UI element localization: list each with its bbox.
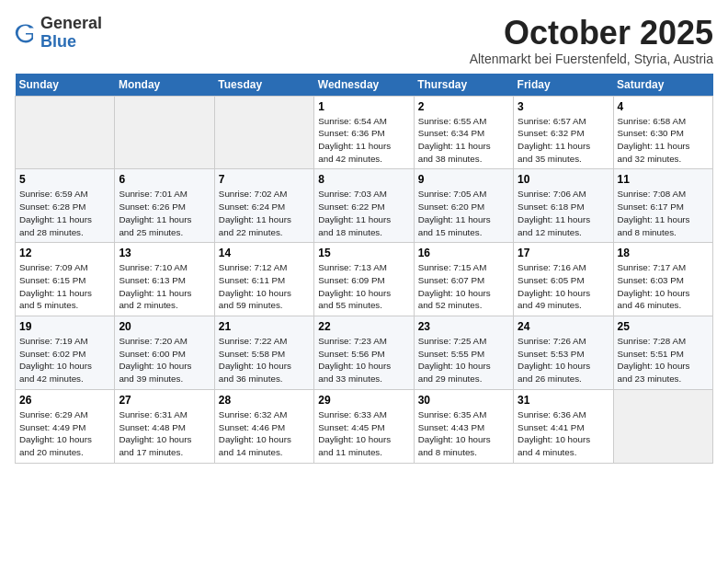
day-info: Sunrise: 6:57 AM Sunset: 6:32 PM Dayligh… — [518, 115, 609, 166]
day-info: Sunrise: 7:10 AM Sunset: 6:13 PM Dayligh… — [119, 261, 210, 312]
day-info: Sunrise: 7:19 AM Sunset: 6:02 PM Dayligh… — [19, 335, 110, 385]
calendar-cell: 31Sunrise: 6:36 AM Sunset: 4:41 PM Dayli… — [514, 389, 613, 463]
calendar-cell: 14Sunrise: 7:12 AM Sunset: 6:11 PM Dayli… — [214, 243, 313, 316]
calendar-cell: 4Sunrise: 6:58 AM Sunset: 6:30 PM Daylig… — [613, 96, 712, 169]
day-info: Sunrise: 7:13 AM Sunset: 6:09 PM Dayligh… — [318, 261, 409, 312]
page-header: General Blue October 2025 Altenmarkt bei… — [15, 15, 713, 66]
weekday-header-saturday: Saturday — [613, 74, 712, 97]
calendar-cell: 16Sunrise: 7:15 AM Sunset: 6:07 PM Dayli… — [414, 243, 513, 316]
weekday-header-sunday: Sunday — [16, 74, 115, 97]
logo-icon — [15, 22, 37, 44]
calendar-table: SundayMondayTuesdayWednesdayThursdayFrid… — [15, 74, 713, 464]
day-info: Sunrise: 7:01 AM Sunset: 6:26 PM Dayligh… — [119, 188, 210, 238]
weekday-header-friday: Friday — [514, 74, 613, 97]
day-number: 1 — [318, 100, 409, 113]
day-info: Sunrise: 6:29 AM Sunset: 4:49 PM Dayligh… — [19, 408, 110, 459]
day-info: Sunrise: 7:26 AM Sunset: 5:53 PM Dayligh… — [518, 335, 609, 385]
day-info: Sunrise: 7:12 AM Sunset: 6:11 PM Dayligh… — [219, 261, 310, 312]
calendar-cell: 29Sunrise: 6:33 AM Sunset: 4:45 PM Dayli… — [314, 389, 414, 463]
day-number: 16 — [418, 247, 509, 259]
day-number: 25 — [618, 320, 709, 333]
calendar-cell: 21Sunrise: 7:22 AM Sunset: 5:58 PM Dayli… — [214, 316, 313, 390]
calendar-cell: 17Sunrise: 7:16 AM Sunset: 6:05 PM Dayli… — [514, 243, 613, 316]
day-number: 8 — [318, 173, 409, 186]
calendar-cell: 8Sunrise: 7:03 AM Sunset: 6:22 PM Daylig… — [314, 169, 414, 243]
calendar-cell: 12Sunrise: 7:09 AM Sunset: 6:15 PM Dayli… — [16, 243, 115, 316]
day-number: 18 — [618, 247, 709, 259]
calendar-cell: 26Sunrise: 6:29 AM Sunset: 4:49 PM Dayli… — [16, 389, 115, 463]
week-row-5: 26Sunrise: 6:29 AM Sunset: 4:49 PM Dayli… — [16, 389, 713, 463]
day-info: Sunrise: 7:06 AM Sunset: 6:18 PM Dayligh… — [518, 188, 609, 238]
day-info: Sunrise: 7:22 AM Sunset: 5:58 PM Dayligh… — [219, 335, 310, 385]
day-info: Sunrise: 6:55 AM Sunset: 6:34 PM Dayligh… — [418, 115, 509, 166]
day-info: Sunrise: 6:59 AM Sunset: 6:28 PM Dayligh… — [19, 188, 110, 238]
day-number: 6 — [119, 173, 210, 186]
calendar-cell: 13Sunrise: 7:10 AM Sunset: 6:13 PM Dayli… — [115, 243, 214, 316]
week-row-3: 12Sunrise: 7:09 AM Sunset: 6:15 PM Dayli… — [16, 243, 713, 316]
day-number: 30 — [418, 394, 509, 407]
calendar-cell: 19Sunrise: 7:19 AM Sunset: 6:02 PM Dayli… — [16, 316, 115, 390]
calendar-cell: 9Sunrise: 7:05 AM Sunset: 6:20 PM Daylig… — [414, 169, 513, 243]
day-number: 27 — [119, 394, 210, 407]
calendar-cell — [613, 389, 712, 463]
day-info: Sunrise: 7:25 AM Sunset: 5:55 PM Dayligh… — [418, 335, 509, 385]
day-number: 3 — [518, 100, 609, 113]
day-info: Sunrise: 6:58 AM Sunset: 6:30 PM Dayligh… — [618, 115, 709, 166]
day-info: Sunrise: 7:16 AM Sunset: 6:05 PM Dayligh… — [518, 261, 609, 312]
calendar-cell: 27Sunrise: 6:31 AM Sunset: 4:48 PM Dayli… — [115, 389, 214, 463]
logo: General Blue — [15, 15, 102, 52]
calendar-cell — [214, 96, 313, 169]
day-info: Sunrise: 7:17 AM Sunset: 6:03 PM Dayligh… — [618, 261, 709, 312]
weekday-header-thursday: Thursday — [414, 74, 513, 97]
day-info: Sunrise: 7:08 AM Sunset: 6:17 PM Dayligh… — [618, 188, 709, 238]
day-number: 26 — [19, 394, 110, 407]
month-title: October 2025 — [470, 15, 713, 52]
calendar-cell: 1Sunrise: 6:54 AM Sunset: 6:36 PM Daylig… — [314, 96, 414, 169]
day-info: Sunrise: 7:03 AM Sunset: 6:22 PM Dayligh… — [318, 188, 409, 238]
day-number: 28 — [219, 394, 310, 407]
day-info: Sunrise: 6:31 AM Sunset: 4:48 PM Dayligh… — [119, 408, 210, 459]
day-number: 2 — [418, 100, 509, 113]
day-number: 10 — [518, 173, 609, 186]
week-row-4: 19Sunrise: 7:19 AM Sunset: 6:02 PM Dayli… — [16, 316, 713, 390]
day-info: Sunrise: 6:33 AM Sunset: 4:45 PM Dayligh… — [318, 408, 409, 459]
day-info: Sunrise: 7:20 AM Sunset: 6:00 PM Dayligh… — [119, 335, 210, 385]
calendar-cell: 10Sunrise: 7:06 AM Sunset: 6:18 PM Dayli… — [514, 169, 613, 243]
day-number: 5 — [19, 173, 110, 186]
calendar-cell: 22Sunrise: 7:23 AM Sunset: 5:56 PM Dayli… — [314, 316, 414, 390]
day-info: Sunrise: 6:36 AM Sunset: 4:41 PM Dayligh… — [518, 408, 609, 459]
day-number: 15 — [318, 247, 409, 259]
calendar-cell: 7Sunrise: 7:02 AM Sunset: 6:24 PM Daylig… — [214, 169, 313, 243]
week-row-1: 1Sunrise: 6:54 AM Sunset: 6:36 PM Daylig… — [16, 96, 713, 169]
day-number: 14 — [219, 247, 310, 259]
day-info: Sunrise: 7:23 AM Sunset: 5:56 PM Dayligh… — [318, 335, 409, 385]
title-block: October 2025 Altenmarkt bei Fuerstenfeld… — [470, 15, 713, 66]
day-number: 22 — [318, 320, 409, 333]
calendar-cell: 2Sunrise: 6:55 AM Sunset: 6:34 PM Daylig… — [414, 96, 513, 169]
day-number: 19 — [19, 320, 110, 333]
logo-general-text: General — [40, 14, 102, 32]
day-number: 24 — [518, 320, 609, 333]
calendar-cell: 15Sunrise: 7:13 AM Sunset: 6:09 PM Dayli… — [314, 243, 414, 316]
calendar-cell: 30Sunrise: 6:35 AM Sunset: 4:43 PM Dayli… — [414, 389, 513, 463]
day-info: Sunrise: 6:35 AM Sunset: 4:43 PM Dayligh… — [418, 408, 509, 459]
day-number: 12 — [19, 247, 110, 259]
calendar-cell — [16, 96, 115, 169]
calendar-cell: 25Sunrise: 7:28 AM Sunset: 5:51 PM Dayli… — [613, 316, 712, 390]
day-number: 29 — [318, 394, 409, 407]
day-number: 9 — [418, 173, 509, 186]
weekday-header-monday: Monday — [115, 74, 214, 97]
calendar-cell: 24Sunrise: 7:26 AM Sunset: 5:53 PM Dayli… — [514, 316, 613, 390]
day-info: Sunrise: 6:32 AM Sunset: 4:46 PM Dayligh… — [219, 408, 310, 459]
day-info: Sunrise: 7:09 AM Sunset: 6:15 PM Dayligh… — [19, 261, 110, 312]
day-number: 21 — [219, 320, 310, 333]
calendar-cell: 11Sunrise: 7:08 AM Sunset: 6:17 PM Dayli… — [613, 169, 712, 243]
day-number: 17 — [518, 247, 609, 259]
logo-blue-text: Blue — [40, 32, 76, 51]
weekday-header-wednesday: Wednesday — [314, 74, 414, 97]
location-title: Altenmarkt bei Fuerstenfeld, Styria, Aus… — [470, 52, 713, 66]
day-number: 11 — [618, 173, 709, 186]
calendar-cell: 20Sunrise: 7:20 AM Sunset: 6:00 PM Dayli… — [115, 316, 214, 390]
day-info: Sunrise: 7:02 AM Sunset: 6:24 PM Dayligh… — [219, 188, 310, 238]
calendar-cell: 18Sunrise: 7:17 AM Sunset: 6:03 PM Dayli… — [613, 243, 712, 316]
